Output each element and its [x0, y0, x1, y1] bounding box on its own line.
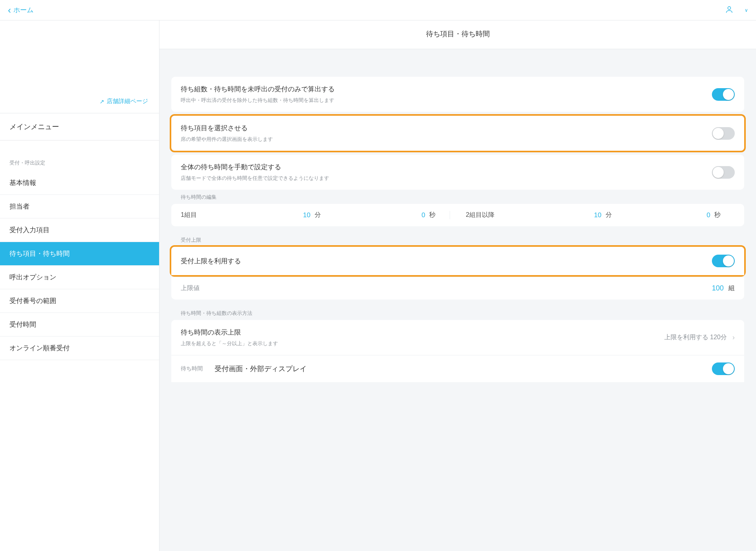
main-menu-button[interactable]: メインメニュー [0, 113, 159, 141]
store-detail-link[interactable]: ↗ 店舗詳細ページ [100, 98, 148, 105]
setting-select-items-title: 待ち項目を選択させる [181, 124, 702, 133]
nav-reception-fields[interactable]: 受付入力項目 [0, 218, 159, 242]
wait-time-display-value: 受付画面・外部ディスプレイ [215, 364, 700, 373]
sidebar-section-label: 受付・呼出設定 [0, 141, 159, 171]
chevron-down-icon[interactable]: ∨ [745, 7, 748, 13]
setting-uncalled-title: 待ち組数・待ち時間を未呼出の受付のみで算出する [181, 85, 702, 94]
wait-edit-label: 待ち時間の編集 [171, 194, 744, 204]
back-label: ホーム [13, 6, 33, 15]
display-upper-limit-value: 上限を利用する 120分 [664, 333, 727, 342]
min-unit: 分 [315, 211, 335, 219]
nav-reception-time[interactable]: 受付時間 [0, 313, 159, 337]
setting-uncalled-sub: 呼出中・呼出済の受付を除外した待ち組数・待ち時間を算出します [181, 97, 702, 104]
svg-point-0 [728, 6, 730, 9]
group2-sec[interactable]: 0 [626, 211, 715, 219]
sec-unit: 秒 [714, 211, 735, 219]
chevron-left-icon: ‹ [8, 5, 11, 16]
setting-manual-wait-sub: 店舗モードで全体の待ち時間を任意で設定できるようになります [181, 175, 702, 182]
page-title: 待ち項目・待ち時間 [159, 20, 756, 49]
limit-value[interactable]: 100 [712, 284, 727, 292]
display-upper-limit-row[interactable]: 待ち時間の表示上限 上限を超えると「～分以上」と表示します 上限を利用する 12… [171, 320, 744, 355]
sec-unit: 秒 [429, 211, 450, 219]
toggle-use-limit[interactable] [712, 255, 735, 267]
display-section-label: 待ち時間・待ち組数の表示方法 [171, 310, 744, 320]
toggle-select-items[interactable] [712, 127, 735, 140]
setting-manual-wait-title: 全体の待ち時間を手動で設定する [181, 163, 702, 172]
display-upper-limit-sub: 上限を超えると「～分以上」と表示します [181, 340, 664, 347]
chevron-right-icon: › [732, 333, 735, 342]
group2-label: 2組目以降 [466, 211, 517, 219]
limit-unit: 組 [727, 284, 735, 292]
toggle-uncalled-only[interactable] [712, 88, 735, 101]
limit-value-label: 上限値 [181, 284, 315, 292]
group1-min[interactable]: 10 [220, 211, 315, 219]
setting-select-items-sub: 席の希望や用件の選択画面を表示します [181, 136, 702, 143]
external-link-icon: ↗ [100, 98, 104, 105]
toggle-manual-wait[interactable] [712, 166, 735, 179]
nav-call-options[interactable]: 呼出オプション [0, 266, 159, 289]
store-link-label: 店舗詳細ページ [107, 98, 148, 105]
user-icon[interactable] [725, 5, 734, 15]
group1-sec[interactable]: 0 [335, 211, 430, 219]
toggle-wait-display[interactable] [712, 362, 735, 375]
min-unit: 分 [606, 211, 626, 219]
nav-number-range[interactable]: 受付番号の範囲 [0, 289, 159, 313]
nav-staff[interactable]: 担当者 [0, 195, 159, 218]
limit-value-row[interactable]: 上限値 100 組 [171, 277, 744, 300]
wait-time-label: 待ち時間 [181, 365, 203, 372]
nav-online-reception[interactable]: オンライン順番受付 [0, 337, 159, 360]
wait-time-display-row[interactable]: 待ち時間 受付画面・外部ディスプレイ [171, 355, 744, 382]
setting-use-limit-title: 受付上限を利用する [181, 257, 702, 266]
nav-basic-info[interactable]: 基本情報 [0, 171, 159, 195]
display-upper-limit-title: 待ち時間の表示上限 [181, 328, 664, 337]
group1-label: 1組目 [181, 211, 220, 219]
nav-wait-items[interactable]: 待ち項目・待ち時間 [0, 242, 159, 266]
wait-time-editor[interactable]: 1組目 10 分 0 秒 2組目以降 10 分 0 秒 [171, 204, 744, 226]
back-button[interactable]: ‹ ホーム [8, 5, 33, 16]
group2-min[interactable]: 10 [517, 211, 606, 219]
